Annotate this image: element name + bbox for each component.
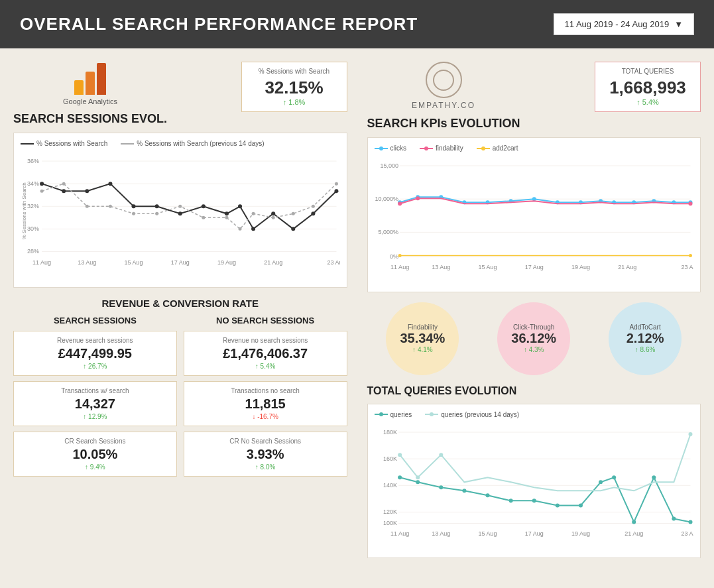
clickthrough-circle: Click-Through 36.12% ↑ 4.3%: [497, 302, 570, 375]
total-queries-chart-svg: 180K 160K 140K 120K 100K: [375, 422, 694, 549]
ga-bar-3: [97, 63, 106, 95]
svg-point-38: [292, 212, 295, 215]
addtocart-label: AddToCart: [629, 323, 660, 331]
stat-label-4: Transactions no search: [192, 387, 339, 394]
stat-card-cr-search: CR Search Sessions 10.05% ↑ 9.4%: [13, 432, 177, 477]
empathy-label: eMPATHY.CO: [412, 101, 475, 110]
svg-point-81: [688, 254, 691, 257]
legend-queries-prev-label: queries (previous 14 days): [441, 411, 519, 418]
svg-text:23 Aug: 23 Aug: [681, 530, 693, 536]
search-sessions-col: SEARCH SESSIONS Revenue search sessions …: [13, 316, 177, 482]
right-panel: eMPATHY.CO SEARCH KPIs EVOLUTION TOTAL Q…: [361, 62, 701, 568]
stat-card-cr-no-search: CR No Search Sessions 3.93% ↑ 8.0%: [184, 432, 347, 477]
legend-findability-label: findability: [436, 145, 463, 152]
stat-value-5: 3.93%: [192, 447, 339, 462]
svg-point-106: [462, 489, 466, 493]
svg-text:15 Aug: 15 Aug: [124, 259, 143, 266]
revenue-section: REVENUE & CONVERSION RATE SEARCH SESSION…: [13, 298, 347, 482]
svg-point-16: [155, 204, 159, 208]
legend-previous-label: % Sessions with Search (previous 14 days…: [137, 140, 264, 147]
sessions-header: Google Analytics SEARCH SESSIONS EVOL. %…: [13, 62, 347, 126]
svg-text:13 Aug: 13 Aug: [432, 530, 450, 536]
svg-point-117: [688, 520, 692, 524]
svg-point-25: [334, 189, 338, 193]
ga-bar-1: [74, 80, 84, 95]
ga-bars-icon: [74, 62, 106, 95]
stat-value-4: 11,815: [192, 396, 339, 412]
svg-text:19 Aug: 19 Aug: [571, 264, 589, 270]
date-range-picker[interactable]: 11 Aug 2019 - 24 Aug 2019 ▼: [554, 13, 694, 35]
svg-point-120: [439, 453, 443, 457]
clickthrough-label: Click-Through: [513, 323, 554, 331]
svg-point-80: [398, 254, 401, 257]
svg-point-31: [155, 212, 158, 215]
stat-label-5: CR No Search Sessions: [192, 438, 339, 445]
stat-card-revenue-search: Revenue search sessions £447,499.95 ↑ 26…: [13, 331, 177, 376]
findability-value: 35.34%: [400, 331, 445, 346]
kpi-chart-legend: clicks findability add2cart: [375, 145, 694, 152]
svg-point-104: [416, 480, 420, 484]
stat-change-0: ↑ 26.7%: [22, 363, 168, 370]
sessions-chart-legend: % Sessions with Search % Sessions with S…: [21, 140, 340, 147]
svg-point-36: [252, 212, 255, 215]
svg-point-110: [555, 503, 559, 507]
total-queries-box: TOTAL QUERIES 1,668,993 ↑ 5.4%: [595, 62, 701, 112]
revenue-title: REVENUE & CONVERSION RATE: [13, 298, 347, 309]
svg-text:17 Aug: 17 Aug: [524, 530, 543, 536]
sessions-chart-svg: 36% 34% 32% 30% 28% % Sessions with Sear…: [21, 151, 340, 278]
sessions-metric-label: % Sessions with Search: [251, 68, 337, 75]
svg-text:15,000: 15,000: [380, 162, 398, 169]
stat-change-4: ↓ -16.7%: [192, 413, 339, 420]
svg-point-111: [578, 503, 582, 507]
ga-logo: Google Analytics: [13, 62, 167, 105]
total-queries-value: 1,668,993: [605, 78, 691, 98]
svg-point-13: [85, 189, 89, 193]
total-queries-change: ↑ 5.4%: [605, 98, 691, 106]
svg-point-34: [225, 216, 228, 219]
svg-point-27: [62, 182, 66, 186]
svg-point-105: [439, 485, 443, 489]
svg-text:120K: 120K: [383, 508, 397, 515]
stat-label-1: Transactions w/ search: [22, 387, 168, 394]
revenue-columns: SEARCH SESSIONS Revenue search sessions …: [13, 316, 347, 482]
stat-card-revenue-no-search: Revenue no search sessions £1,476,406.37…: [184, 331, 347, 376]
legend-add2cart: add2cart: [477, 145, 518, 152]
stat-value-3: £1,476,406.37: [192, 346, 339, 361]
svg-point-90: [379, 412, 383, 416]
legend-current-label: % Sessions with Search: [36, 140, 107, 147]
svg-point-19: [225, 211, 229, 215]
svg-point-116: [672, 516, 676, 520]
sessions-metric-value: 32.15%: [251, 78, 337, 98]
svg-point-33: [202, 216, 205, 219]
svg-text:5,000%: 5,000%: [378, 229, 398, 235]
svg-point-77: [398, 202, 402, 206]
svg-point-109: [532, 499, 536, 502]
empathy-logo: eMPATHY.CO: [367, 62, 520, 110]
total-queries-label: TOTAL QUERIES: [605, 68, 691, 75]
svg-point-78: [416, 196, 420, 200]
svg-text:% Sessions with Search: % Sessions with Search: [21, 182, 27, 239]
clickthrough-change: ↑ 4.3%: [524, 346, 544, 353]
svg-point-23: [291, 227, 295, 231]
svg-point-92: [430, 412, 434, 416]
svg-point-79: [688, 202, 692, 206]
svg-point-108: [508, 499, 512, 502]
svg-text:11 Aug: 11 Aug: [390, 530, 409, 536]
ga-label: Google Analytics: [63, 97, 117, 105]
svg-text:180K: 180K: [383, 429, 397, 436]
svg-text:19 Aug: 19 Aug: [571, 530, 589, 536]
svg-point-28: [86, 205, 89, 208]
svg-point-32: [178, 205, 182, 208]
stat-change-3: ↑ 5.4%: [192, 363, 339, 370]
svg-text:10,000%: 10,000%: [375, 196, 398, 202]
svg-point-35: [239, 227, 242, 231]
stat-value-0: £447,499.95: [22, 346, 168, 361]
svg-point-29: [109, 205, 112, 208]
svg-text:30%: 30%: [27, 225, 39, 232]
svg-point-119: [416, 475, 420, 479]
svg-point-40: [335, 182, 338, 186]
svg-point-21: [251, 227, 255, 231]
svg-point-15: [132, 204, 136, 208]
kpi-chart-container: clicks findability add2cart 15,000 10,00…: [367, 137, 701, 292]
svg-text:13 Aug: 13 Aug: [78, 259, 96, 266]
